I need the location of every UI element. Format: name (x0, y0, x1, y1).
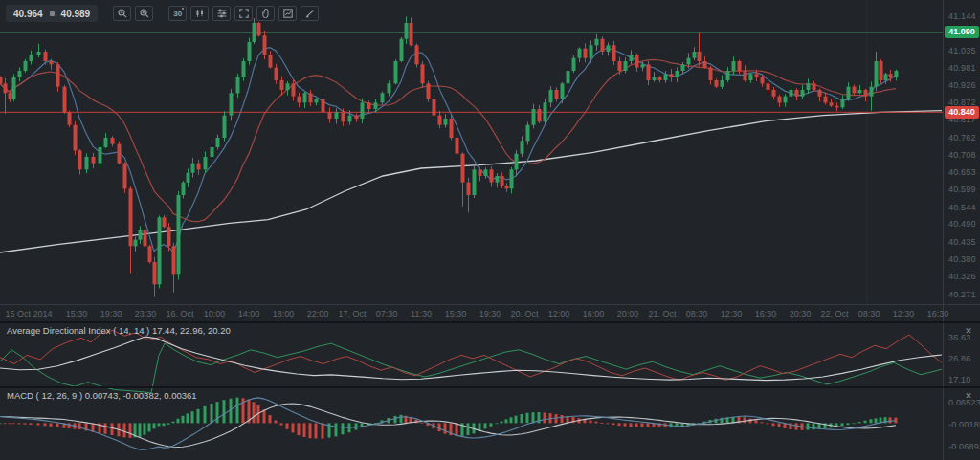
timeframe-dropdown-dot-icon (182, 8, 184, 10)
alert-price-badge-low: 40.840 (945, 106, 979, 119)
time-axis-label: 20. Oct (510, 309, 538, 318)
chart-type-button[interactable] (190, 6, 209, 21)
macd-panel-divider (0, 386, 980, 388)
macd-close-button[interactable]: ✕ (963, 390, 974, 402)
spread-marker-icon (50, 11, 55, 16)
macd-axis-label: -0.00185 (948, 420, 980, 429)
chart-window-button[interactable] (278, 6, 297, 21)
time-axis-label: 16:00 (583, 309, 605, 318)
price-axis-label: 40.490 (948, 219, 976, 229)
price-axis-label: 41.035 (948, 46, 976, 55)
chart-toolbar: 40.964 40.989 30 (6, 5, 319, 22)
time-axis-label: 12:30 (893, 309, 915, 318)
price-axis-label: 40.326 (948, 272, 976, 281)
expand-button[interactable] (234, 6, 253, 21)
chart-window-icon (283, 9, 293, 18)
price-axis-label: 40.762 (948, 133, 976, 142)
ask-price: 40.989 (61, 9, 91, 19)
attach-button[interactable] (256, 6, 275, 21)
time-axis-label: 19:30 (100, 309, 122, 318)
time-axis-label: 22. Oct (820, 309, 848, 318)
adx-axis-label: 26.86 (948, 354, 971, 363)
time-axis-label: 20:00 (617, 309, 639, 318)
time-axis-label: 23:30 (135, 309, 157, 318)
draw-button[interactable] (301, 6, 319, 21)
time-axis-label: 08:30 (858, 309, 880, 318)
indicators-icon (217, 9, 227, 18)
adx-panel-divider (0, 321, 980, 323)
time-axis-label: 18:00 (273, 309, 295, 318)
time-axis-label: 15:30 (445, 309, 467, 318)
time-axis-label: 12:30 (721, 309, 743, 318)
macd-axis-label: -0.06893 (948, 442, 980, 451)
bid-ask-quote: 40.964 40.989 (6, 5, 98, 22)
macd-panel-title: MACD ( 12, 26, 9 ) 0.00743, -0.00382, 0.… (7, 390, 197, 401)
expand-icon (239, 9, 249, 18)
time-axis-label: 15 Oct 2014 (5, 309, 52, 318)
price-axis-label: 40.271 (948, 290, 976, 299)
time-axis-label: 15:30 (66, 309, 88, 318)
time-axis-label: 12:00 (548, 309, 570, 318)
time-axis-label: 11:30 (411, 309, 432, 318)
attach-icon (261, 9, 271, 18)
zoom-in-button[interactable] (135, 6, 153, 21)
timeframe-label: 30 (173, 10, 182, 18)
time-axis-label: 16:30 (755, 309, 777, 318)
price-axis-label: 40.380 (948, 254, 976, 264)
price-axis-label: 40.599 (948, 185, 976, 194)
alert-price-badge-high: 41.090 (945, 26, 979, 38)
zoom-out-icon (118, 9, 127, 18)
time-axis-label: 21. Oct (648, 309, 676, 318)
price-axis-label: 40.981 (948, 63, 976, 73)
time-axis-border (0, 304, 980, 305)
price-axis-label: 40.435 (948, 237, 976, 247)
time-axis-label: 16:30 (927, 309, 949, 318)
adx-close-button[interactable]: ✕ (963, 325, 974, 337)
time-axis-label: 17. Oct (338, 309, 366, 318)
time-axis-label: 22:00 (307, 309, 329, 318)
price-axis-label: 41.144 (948, 11, 976, 21)
timeframe-button[interactable]: 30 (168, 6, 187, 21)
draw-icon (305, 9, 315, 18)
time-axis-label: 08:30 (686, 309, 708, 318)
bid-price: 40.964 (13, 9, 43, 19)
trading-chart-window: 41.14441.03540.98140.92640.87240.81740.7… (0, 0, 980, 460)
price-axis-label: 40.653 (948, 167, 976, 177)
zoom-in-icon (140, 9, 149, 18)
time-axis-label: 14:00 (238, 309, 260, 318)
indicators-button[interactable] (212, 6, 231, 21)
adx-axis-label: 17.10 (948, 375, 971, 384)
time-axis-label: 10:00 (204, 309, 226, 318)
candle-style-icon (195, 9, 205, 18)
adx-panel-title: Average Directional Index ( 14, 14 ) 17.… (7, 325, 231, 336)
time-axis-label: 20:30 (790, 309, 812, 318)
time-axis-label: 19:30 (479, 309, 501, 318)
time-axis-label: 07:30 (376, 309, 398, 318)
price-axis-border (943, 0, 944, 460)
price-axis-label: 40.926 (948, 80, 976, 90)
price-axis-label: 40.544 (948, 203, 976, 212)
time-axis-label: 16. Oct (166, 309, 193, 318)
zoom-out-button[interactable] (113, 6, 131, 21)
price-axis-label: 40.708 (948, 150, 976, 160)
